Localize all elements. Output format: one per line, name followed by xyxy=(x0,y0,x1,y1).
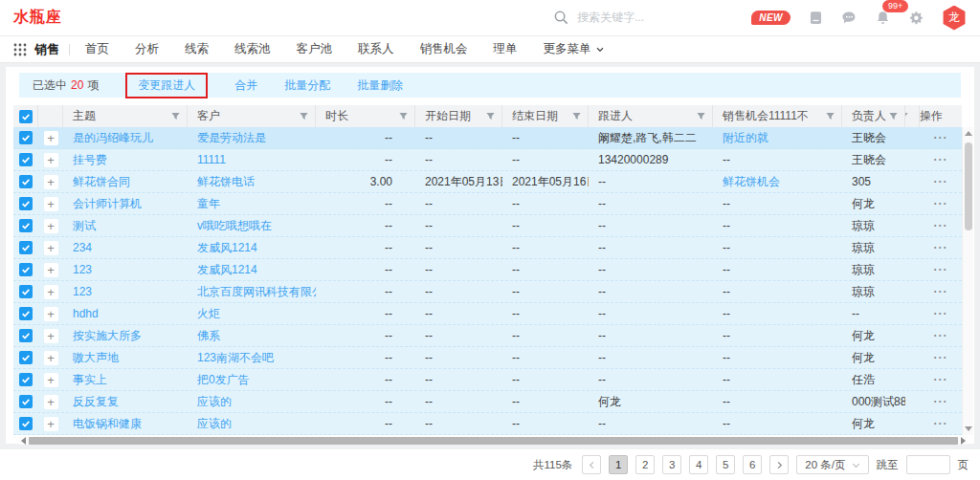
expand-row-button[interactable]: + xyxy=(44,263,58,277)
action-batch-delete[interactable]: 批量删除 xyxy=(357,77,403,94)
row-more-actions-button[interactable]: ··· xyxy=(934,285,948,298)
filter-icon[interactable] xyxy=(485,111,496,121)
row-checkbox[interactable] xyxy=(19,153,33,166)
cell-theme[interactable]: 测试 xyxy=(63,218,188,234)
row-checkbox[interactable] xyxy=(19,285,33,298)
table-row[interactable]: + 123 北京百度网讯科技有限公司 -- -- -- -- -- 琼琼 ··· xyxy=(13,281,962,303)
next-page-button[interactable] xyxy=(769,455,789,474)
row-more-actions-button[interactable]: ··· xyxy=(934,263,948,276)
row-more-actions-button[interactable]: ··· xyxy=(934,219,948,232)
filter-icon[interactable] xyxy=(571,111,582,121)
user-avatar[interactable]: 龙 xyxy=(942,6,967,31)
cell-customer[interactable]: 火炬 xyxy=(188,306,316,322)
action-merge[interactable]: 合并 xyxy=(234,77,257,94)
global-search-input[interactable]: 搜索关键字... xyxy=(553,10,644,26)
row-more-actions-button[interactable]: ··· xyxy=(934,153,948,166)
row-more-actions-button[interactable]: ··· xyxy=(934,197,948,210)
cell-theme[interactable]: 123 xyxy=(63,263,188,276)
filter-icon[interactable] xyxy=(170,111,181,121)
table-row[interactable]: + 会计师计算机 童年 -- -- -- -- -- 何龙 ··· xyxy=(13,193,962,215)
vertical-scrollbar[interactable] xyxy=(962,127,973,435)
nav-item-contacts[interactable]: 联系人 xyxy=(358,41,394,57)
nav-item-analysis[interactable]: 分析 xyxy=(135,41,159,57)
filter-icon[interactable] xyxy=(825,111,835,121)
row-checkbox[interactable] xyxy=(19,131,33,144)
table-row[interactable]: + 电饭锅和健康 应该的 -- -- -- -- -- 何龙 ··· xyxy=(13,413,962,435)
expand-row-button[interactable]: + xyxy=(44,373,58,387)
cell-customer[interactable]: 童年 xyxy=(188,196,316,212)
row-checkbox[interactable] xyxy=(19,197,33,210)
expand-row-button[interactable]: + xyxy=(44,197,58,211)
row-checkbox[interactable] xyxy=(19,417,33,430)
nav-item-leads[interactable]: 线索 xyxy=(185,41,209,57)
table-row[interactable]: + 反反复复 应该的 -- -- -- 何龙 -- 000测试88 ··· xyxy=(13,391,962,413)
cell-customer[interactable]: 123南湖不会吧 xyxy=(188,350,316,366)
cell-customer[interactable]: 北京百度网讯科技有限公司 xyxy=(188,284,316,300)
table-row[interactable]: + 挂号费 11111 -- -- -- 13420000289 -- 王晓会 … xyxy=(13,149,962,171)
cell-theme[interactable]: hdhd xyxy=(63,307,188,320)
cell-theme[interactable]: 是的冯绍峰玩儿 xyxy=(63,130,188,146)
cell-customer[interactable]: 把0发广告 xyxy=(188,372,316,388)
expand-row-button[interactable]: + xyxy=(44,241,58,255)
row-checkbox[interactable] xyxy=(19,307,33,320)
filter-icon[interactable] xyxy=(888,111,899,121)
cell-theme[interactable]: 鲜花饼合同 xyxy=(63,174,188,190)
row-more-actions-button[interactable]: ··· xyxy=(934,307,948,320)
cell-opportunity[interactable]: 附近的就 xyxy=(713,130,842,146)
cell-theme[interactable]: 会计师计算机 xyxy=(63,196,188,212)
row-checkbox[interactable] xyxy=(19,219,33,232)
row-more-actions-button[interactable]: ··· xyxy=(934,241,948,254)
cell-theme[interactable]: 按实施大所多 xyxy=(63,328,188,344)
nav-item-customer-pool[interactable]: 客户池 xyxy=(297,41,333,57)
page-button-2[interactable]: 2 xyxy=(635,455,655,474)
prev-page-button[interactable] xyxy=(582,455,601,474)
page-button-5[interactable]: 5 xyxy=(716,455,735,474)
table-row[interactable]: + 是的冯绍峰玩儿 爱是劳动法是 -- -- -- 阚耀楚,路飞,韩二二 附近的… xyxy=(13,127,962,149)
expand-row-button[interactable]: + xyxy=(44,351,58,365)
notebook-icon[interactable] xyxy=(808,10,824,26)
page-size-select[interactable]: 20 条/页 xyxy=(796,455,868,474)
cell-theme[interactable]: 事实上 xyxy=(63,372,188,388)
table-row[interactable]: + 鲜花饼合同 鲜花饼电话 3.00 2021年05月13日 2021年05月1… xyxy=(13,171,962,193)
filter-icon[interactable] xyxy=(398,111,409,121)
cell-customer[interactable]: 佛系 xyxy=(188,328,316,344)
scroll-right-arrow-icon[interactable] xyxy=(961,437,966,445)
table-row[interactable]: + 按实施大所多 佛系 -- -- -- -- -- 何龙 ··· xyxy=(13,325,962,347)
table-row[interactable]: + 123 发威风1214 -- -- -- -- -- 琼琼 ··· xyxy=(13,259,962,281)
nav-item-home[interactable]: 首页 xyxy=(85,41,109,57)
expand-row-button[interactable]: + xyxy=(44,307,58,321)
nav-item-more-menu[interactable]: 更多菜单 xyxy=(544,41,605,57)
table-row[interactable]: + hdhd 火炬 -- -- -- -- -- -- ··· xyxy=(13,303,962,325)
row-more-actions-button[interactable]: ··· xyxy=(934,175,948,188)
settings-gear-icon[interactable] xyxy=(908,10,924,26)
page-button-3[interactable]: 3 xyxy=(662,455,681,474)
cell-theme[interactable]: 234 xyxy=(63,241,188,254)
row-checkbox[interactable] xyxy=(19,263,33,276)
table-row[interactable]: + 事实上 把0发广告 -- -- -- -- -- 任浩 ··· xyxy=(13,369,962,391)
scroll-up-arrow-icon[interactable] xyxy=(965,131,972,136)
expand-row-button[interactable]: + xyxy=(44,329,58,343)
scroll-left-arrow-icon[interactable] xyxy=(21,437,26,445)
action-change-follower[interactable]: 变更跟进人 xyxy=(138,78,195,92)
horizontal-scroll-thumb[interactable] xyxy=(29,437,958,445)
page-button-4[interactable]: 4 xyxy=(689,455,708,474)
expand-row-button[interactable]: + xyxy=(44,285,58,299)
page-button-1[interactable]: 1 xyxy=(609,455,628,474)
row-checkbox[interactable] xyxy=(19,373,33,386)
cell-theme[interactable]: 电饭锅和健康 xyxy=(63,416,188,432)
scroll-down-arrow-icon[interactable] xyxy=(965,426,972,431)
cell-customer[interactable]: 发威风1214 xyxy=(188,262,316,278)
page-button-6[interactable]: 6 xyxy=(743,455,762,474)
apps-grid-icon[interactable] xyxy=(13,43,27,56)
nav-item-opportunity[interactable]: 销售机会 xyxy=(420,41,468,57)
vertical-scroll-thumb[interactable] xyxy=(965,142,972,230)
cell-customer[interactable]: 爱是劳动法是 xyxy=(188,130,316,146)
nav-item-order[interactable]: 理单 xyxy=(494,41,518,57)
expand-row-button[interactable]: + xyxy=(44,175,58,189)
cell-opportunity[interactable]: 鲜花饼机会 xyxy=(713,174,842,190)
action-batch-assign[interactable]: 批量分配 xyxy=(284,77,330,94)
filter-icon[interactable] xyxy=(299,111,309,121)
cell-customer[interactable]: 应该的 xyxy=(188,394,316,410)
cell-theme[interactable]: 挂号费 xyxy=(63,152,188,168)
row-more-actions-button[interactable]: ··· xyxy=(934,329,948,342)
